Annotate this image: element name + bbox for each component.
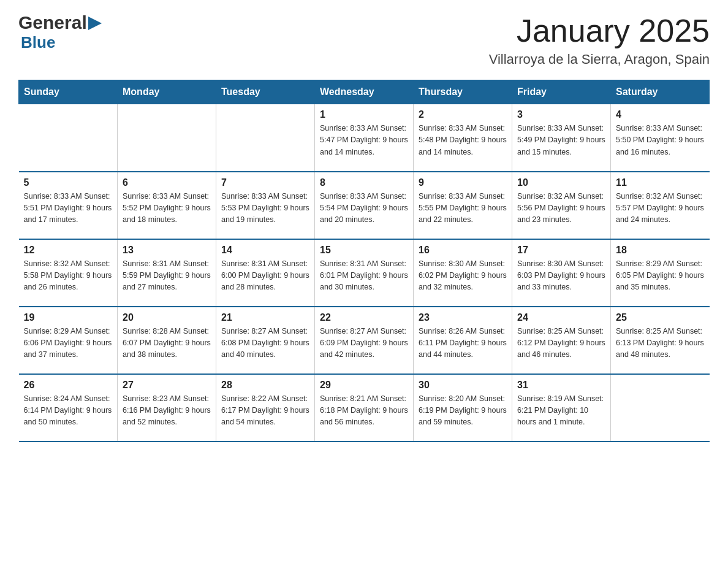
- calendar-cell: 9Sunrise: 8:33 AM Sunset: 5:55 PM Daylig…: [414, 172, 512, 239]
- week-row-3: 12Sunrise: 8:32 AM Sunset: 5:58 PM Dayli…: [19, 239, 710, 307]
- day-info: Sunrise: 8:32 AM Sunset: 5:56 PM Dayligh…: [517, 191, 605, 226]
- calendar-cell: 2Sunrise: 8:33 AM Sunset: 5:48 PM Daylig…: [414, 104, 512, 172]
- calendar-subtitle: Villarroya de la Sierra, Aragon, Spain: [489, 52, 710, 67]
- day-info: Sunrise: 8:30 AM Sunset: 6:03 PM Dayligh…: [517, 258, 605, 294]
- day-info: Sunrise: 8:28 AM Sunset: 6:07 PM Dayligh…: [123, 326, 211, 361]
- day-number: 27: [123, 380, 211, 391]
- day-number: 19: [24, 312, 113, 323]
- day-info: Sunrise: 8:20 AM Sunset: 6:19 PM Dayligh…: [419, 393, 507, 429]
- day-number: 7: [221, 177, 309, 188]
- day-number: 31: [517, 380, 605, 391]
- day-info: Sunrise: 8:26 AM Sunset: 6:11 PM Dayligh…: [419, 326, 507, 361]
- day-number: 30: [419, 380, 507, 391]
- day-header-wednesday: Wednesday: [315, 80, 414, 104]
- day-number: 18: [616, 245, 705, 256]
- day-number: 21: [221, 312, 309, 323]
- calendar-cell: [19, 104, 118, 172]
- day-info: Sunrise: 8:30 AM Sunset: 6:02 PM Dayligh…: [419, 258, 507, 294]
- day-info: Sunrise: 8:29 AM Sunset: 6:06 PM Dayligh…: [24, 326, 113, 361]
- logo-triangle-icon: [88, 17, 102, 30]
- svg-marker-0: [88, 17, 102, 30]
- day-number: 5: [24, 177, 113, 188]
- calendar-cell: 31Sunrise: 8:19 AM Sunset: 6:21 PM Dayli…: [512, 374, 611, 442]
- day-number: 17: [517, 245, 605, 256]
- calendar-cell: 8Sunrise: 8:33 AM Sunset: 5:54 PM Daylig…: [315, 172, 414, 239]
- calendar-cell: 30Sunrise: 8:20 AM Sunset: 6:19 PM Dayli…: [414, 374, 512, 442]
- day-info: Sunrise: 8:25 AM Sunset: 6:13 PM Dayligh…: [616, 326, 705, 361]
- logo-blue-text: Blue: [21, 33, 55, 52]
- calendar-cell: [611, 374, 710, 442]
- calendar-cell: 24Sunrise: 8:25 AM Sunset: 6:12 PM Dayli…: [512, 307, 611, 374]
- calendar-cell: 10Sunrise: 8:32 AM Sunset: 5:56 PM Dayli…: [512, 172, 611, 239]
- week-row-2: 5Sunrise: 8:33 AM Sunset: 5:51 PM Daylig…: [19, 172, 710, 239]
- day-number: 28: [221, 380, 309, 391]
- week-row-5: 26Sunrise: 8:24 AM Sunset: 6:14 PM Dayli…: [19, 374, 710, 442]
- calendar-cell: 20Sunrise: 8:28 AM Sunset: 6:07 PM Dayli…: [118, 307, 216, 374]
- calendar-cell: 12Sunrise: 8:32 AM Sunset: 5:58 PM Dayli…: [19, 239, 118, 307]
- calendar-cell: 15Sunrise: 8:31 AM Sunset: 6:01 PM Dayli…: [315, 239, 414, 307]
- calendar-cell: 5Sunrise: 8:33 AM Sunset: 5:51 PM Daylig…: [19, 172, 118, 239]
- day-number: 2: [419, 109, 507, 120]
- calendar-cell: 25Sunrise: 8:25 AM Sunset: 6:13 PM Dayli…: [611, 307, 710, 374]
- day-info: Sunrise: 8:33 AM Sunset: 5:55 PM Dayligh…: [419, 191, 507, 226]
- day-number: 9: [419, 177, 507, 188]
- day-info: Sunrise: 8:33 AM Sunset: 5:54 PM Dayligh…: [320, 191, 408, 226]
- calendar-cell: 17Sunrise: 8:30 AM Sunset: 6:03 PM Dayli…: [512, 239, 611, 307]
- day-number: 8: [320, 177, 408, 188]
- logo-general-text: General: [18, 12, 87, 33]
- day-number: 16: [419, 245, 507, 256]
- day-number: 20: [123, 312, 211, 323]
- calendar-cell: 14Sunrise: 8:31 AM Sunset: 6:00 PM Dayli…: [216, 239, 315, 307]
- calendar-cell: 7Sunrise: 8:33 AM Sunset: 5:53 PM Daylig…: [216, 172, 315, 239]
- day-number: 3: [517, 109, 605, 120]
- day-info: Sunrise: 8:22 AM Sunset: 6:17 PM Dayligh…: [221, 393, 309, 429]
- calendar-cell: 18Sunrise: 8:29 AM Sunset: 6:05 PM Dayli…: [611, 239, 710, 307]
- day-number: 23: [419, 312, 507, 323]
- day-number: 13: [123, 245, 211, 256]
- calendar-table: SundayMondayTuesdayWednesdayThursdayFrid…: [18, 80, 710, 442]
- day-info: Sunrise: 8:23 AM Sunset: 6:16 PM Dayligh…: [123, 393, 211, 429]
- day-info: Sunrise: 8:27 AM Sunset: 6:08 PM Dayligh…: [221, 326, 309, 361]
- day-number: 15: [320, 245, 408, 256]
- day-info: Sunrise: 8:33 AM Sunset: 5:53 PM Dayligh…: [221, 191, 309, 226]
- day-number: 6: [123, 177, 211, 188]
- day-header-monday: Monday: [118, 80, 216, 104]
- day-info: Sunrise: 8:33 AM Sunset: 5:49 PM Dayligh…: [517, 123, 605, 158]
- day-info: Sunrise: 8:33 AM Sunset: 5:52 PM Dayligh…: [123, 191, 211, 226]
- calendar-cell: 1Sunrise: 8:33 AM Sunset: 5:47 PM Daylig…: [315, 104, 414, 172]
- day-header-friday: Friday: [512, 80, 611, 104]
- day-number: 1: [320, 109, 408, 120]
- day-info: Sunrise: 8:31 AM Sunset: 6:01 PM Dayligh…: [320, 258, 408, 294]
- day-info: Sunrise: 8:33 AM Sunset: 5:50 PM Dayligh…: [616, 123, 705, 158]
- day-number: 26: [24, 380, 113, 391]
- calendar-cell: 16Sunrise: 8:30 AM Sunset: 6:02 PM Dayli…: [414, 239, 512, 307]
- calendar-header: SundayMondayTuesdayWednesdayThursdayFrid…: [19, 80, 710, 104]
- day-header-tuesday: Tuesday: [216, 80, 315, 104]
- day-info: Sunrise: 8:32 AM Sunset: 5:57 PM Dayligh…: [616, 191, 705, 226]
- day-info: Sunrise: 8:24 AM Sunset: 6:14 PM Dayligh…: [24, 393, 113, 429]
- calendar-cell: 19Sunrise: 8:29 AM Sunset: 6:06 PM Dayli…: [19, 307, 118, 374]
- day-number: 29: [320, 380, 408, 391]
- calendar-cell: 6Sunrise: 8:33 AM Sunset: 5:52 PM Daylig…: [118, 172, 216, 239]
- day-info: Sunrise: 8:31 AM Sunset: 5:59 PM Dayligh…: [123, 258, 211, 294]
- calendar-cell: 4Sunrise: 8:33 AM Sunset: 5:50 PM Daylig…: [611, 104, 710, 172]
- day-number: 25: [616, 312, 705, 323]
- day-info: Sunrise: 8:31 AM Sunset: 6:00 PM Dayligh…: [221, 258, 309, 294]
- calendar-cell: 27Sunrise: 8:23 AM Sunset: 6:16 PM Dayli…: [118, 374, 216, 442]
- calendar-cell: 21Sunrise: 8:27 AM Sunset: 6:08 PM Dayli…: [216, 307, 315, 374]
- calendar-cell: 22Sunrise: 8:27 AM Sunset: 6:09 PM Dayli…: [315, 307, 414, 374]
- calendar-cell: [216, 104, 315, 172]
- day-header-thursday: Thursday: [414, 80, 512, 104]
- day-number: 24: [517, 312, 605, 323]
- day-number: 11: [616, 177, 705, 188]
- day-number: 22: [320, 312, 408, 323]
- day-info: Sunrise: 8:32 AM Sunset: 5:58 PM Dayligh…: [24, 258, 113, 294]
- day-number: 14: [221, 245, 309, 256]
- calendar-cell: 29Sunrise: 8:21 AM Sunset: 6:18 PM Dayli…: [315, 374, 414, 442]
- day-header-saturday: Saturday: [611, 80, 710, 104]
- day-info: Sunrise: 8:25 AM Sunset: 6:12 PM Dayligh…: [517, 326, 605, 361]
- day-info: Sunrise: 8:21 AM Sunset: 6:18 PM Dayligh…: [320, 393, 408, 429]
- calendar-cell: 28Sunrise: 8:22 AM Sunset: 6:17 PM Dayli…: [216, 374, 315, 442]
- page-header: General Blue January 2025 Villarroya de …: [18, 12, 710, 67]
- logo: General Blue: [18, 12, 102, 52]
